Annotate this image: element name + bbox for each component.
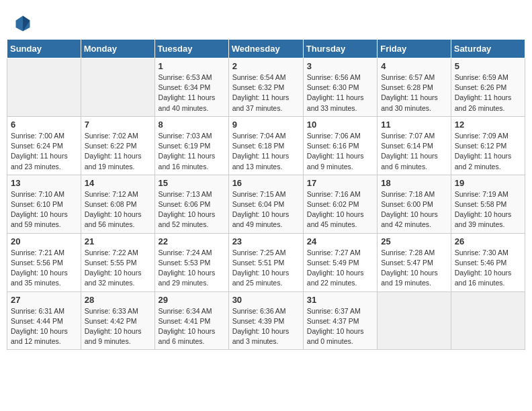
calendar-day-cell: 9Sunrise: 7:04 AM Sunset: 6:18 PM Daylig… — [228, 116, 303, 175]
calendar-day-cell: 27Sunrise: 6:31 AM Sunset: 4:44 PM Dayli… — [7, 291, 81, 350]
day-number: 28 — [85, 295, 151, 305]
calendar-day-cell: 1Sunrise: 6:53 AM Sunset: 6:34 PM Daylig… — [154, 58, 228, 117]
day-number: 29 — [159, 295, 225, 305]
day-number: 13 — [11, 178, 77, 188]
calendar-day-cell: 23Sunrise: 7:25 AM Sunset: 5:51 PM Dayli… — [228, 233, 303, 291]
day-info: Sunrise: 7:22 AM Sunset: 5:55 PM Dayligh… — [85, 248, 151, 289]
day-number: 24 — [307, 236, 373, 246]
day-number: 5 — [455, 61, 521, 71]
day-number: 12 — [455, 120, 521, 130]
calendar-day-cell: 31Sunrise: 6:37 AM Sunset: 4:37 PM Dayli… — [303, 291, 377, 350]
day-info: Sunrise: 6:56 AM Sunset: 6:30 PM Dayligh… — [307, 73, 373, 113]
calendar-day-cell: 2Sunrise: 6:54 AM Sunset: 6:32 PM Daylig… — [228, 58, 303, 117]
calendar-day-cell: 5Sunrise: 6:59 AM Sunset: 6:26 PM Daylig… — [451, 58, 525, 117]
day-info: Sunrise: 7:21 AM Sunset: 5:56 PM Dayligh… — [11, 248, 77, 289]
day-number: 4 — [381, 61, 447, 71]
day-number: 10 — [307, 120, 373, 130]
day-number: 20 — [11, 236, 77, 246]
calendar-week-row: 20Sunrise: 7:21 AM Sunset: 5:56 PM Dayli… — [7, 233, 525, 291]
day-of-week-header: Thursday — [303, 40, 377, 58]
calendar-day-cell: 25Sunrise: 7:28 AM Sunset: 5:47 PM Dayli… — [378, 233, 451, 291]
calendar-week-row: 27Sunrise: 6:31 AM Sunset: 4:44 PM Dayli… — [7, 291, 525, 350]
calendar-day-cell: 8Sunrise: 7:03 AM Sunset: 6:19 PM Daylig… — [154, 116, 228, 175]
day-number: 9 — [232, 120, 300, 130]
day-info: Sunrise: 7:27 AM Sunset: 5:49 PM Dayligh… — [307, 248, 373, 289]
day-info: Sunrise: 6:59 AM Sunset: 6:26 PM Dayligh… — [455, 73, 521, 113]
calendar-week-row: 13Sunrise: 7:10 AM Sunset: 6:10 PM Dayli… — [7, 175, 525, 233]
day-info: Sunrise: 7:06 AM Sunset: 6:16 PM Dayligh… — [307, 131, 373, 172]
day-info: Sunrise: 7:00 AM Sunset: 6:24 PM Dayligh… — [11, 131, 77, 172]
day-number: 27 — [11, 295, 77, 305]
day-info: Sunrise: 6:37 AM Sunset: 4:37 PM Dayligh… — [307, 306, 373, 347]
calendar-day-cell: 16Sunrise: 7:15 AM Sunset: 6:04 PM Dayli… — [228, 175, 303, 233]
day-info: Sunrise: 7:09 AM Sunset: 6:12 PM Dayligh… — [455, 131, 521, 172]
day-info: Sunrise: 7:03 AM Sunset: 6:19 PM Dayligh… — [159, 131, 225, 172]
day-of-week-header: Tuesday — [154, 40, 228, 58]
logo — [13, 13, 34, 32]
day-info: Sunrise: 6:34 AM Sunset: 4:41 PM Dayligh… — [159, 306, 225, 347]
day-number: 14 — [85, 178, 151, 188]
day-info: Sunrise: 7:13 AM Sunset: 6:06 PM Dayligh… — [159, 189, 225, 230]
day-info: Sunrise: 7:24 AM Sunset: 5:53 PM Dayligh… — [159, 248, 225, 289]
calendar-day-cell: 21Sunrise: 7:22 AM Sunset: 5:55 PM Dayli… — [81, 233, 154, 291]
day-info: Sunrise: 6:31 AM Sunset: 4:44 PM Dayligh… — [11, 306, 77, 347]
calendar-day-cell: 20Sunrise: 7:21 AM Sunset: 5:56 PM Dayli… — [7, 233, 81, 291]
day-number: 7 — [85, 120, 151, 130]
day-number: 30 — [232, 295, 300, 305]
day-info: Sunrise: 7:15 AM Sunset: 6:04 PM Dayligh… — [232, 189, 300, 230]
day-number: 2 — [232, 61, 300, 71]
calendar-week-row: 1Sunrise: 6:53 AM Sunset: 6:34 PM Daylig… — [7, 58, 525, 117]
day-number: 6 — [11, 120, 77, 130]
day-of-week-header: Sunday — [7, 40, 81, 58]
day-number: 22 — [159, 236, 225, 246]
day-info: Sunrise: 6:36 AM Sunset: 4:39 PM Dayligh… — [232, 306, 300, 347]
calendar-day-cell: 6Sunrise: 7:00 AM Sunset: 6:24 PM Daylig… — [7, 116, 81, 175]
calendar-day-cell: 13Sunrise: 7:10 AM Sunset: 6:10 PM Dayli… — [7, 175, 81, 233]
calendar-day-cell: 14Sunrise: 7:12 AM Sunset: 6:08 PM Dayli… — [81, 175, 154, 233]
day-number: 3 — [307, 61, 373, 71]
day-info: Sunrise: 6:57 AM Sunset: 6:28 PM Dayligh… — [381, 73, 447, 113]
day-of-week-header: Wednesday — [228, 40, 303, 58]
day-of-week-header: Saturday — [451, 40, 525, 58]
calendar-day-cell: 19Sunrise: 7:19 AM Sunset: 5:58 PM Dayli… — [451, 175, 525, 233]
day-of-week-header: Monday — [81, 40, 154, 58]
calendar-day-cell: 7Sunrise: 7:02 AM Sunset: 6:22 PM Daylig… — [81, 116, 154, 175]
calendar-week-row: 6Sunrise: 7:00 AM Sunset: 6:24 PM Daylig… — [7, 116, 525, 175]
calendar-table: SundayMondayTuesdayWednesdayThursdayFrid… — [7, 39, 525, 350]
calendar-day-cell: 4Sunrise: 6:57 AM Sunset: 6:28 PM Daylig… — [378, 58, 451, 117]
calendar-day-cell: 18Sunrise: 7:18 AM Sunset: 6:00 PM Dayli… — [378, 175, 451, 233]
day-info: Sunrise: 7:25 AM Sunset: 5:51 PM Dayligh… — [232, 248, 300, 289]
day-number: 26 — [455, 236, 521, 246]
day-number: 11 — [381, 120, 447, 130]
calendar-day-cell: 15Sunrise: 7:13 AM Sunset: 6:06 PM Dayli… — [154, 175, 228, 233]
day-of-week-header: Friday — [378, 40, 451, 58]
calendar-day-cell: 3Sunrise: 6:56 AM Sunset: 6:30 PM Daylig… — [303, 58, 377, 117]
day-number: 21 — [85, 236, 151, 246]
day-number: 31 — [307, 295, 373, 305]
calendar-day-cell: 28Sunrise: 6:33 AM Sunset: 4:42 PM Dayli… — [81, 291, 154, 350]
calendar-day-cell — [451, 291, 525, 350]
calendar-day-cell: 12Sunrise: 7:09 AM Sunset: 6:12 PM Dayli… — [451, 116, 525, 175]
day-info: Sunrise: 7:04 AM Sunset: 6:18 PM Dayligh… — [232, 131, 300, 172]
day-number: 16 — [232, 178, 300, 188]
calendar-day-cell — [378, 291, 451, 350]
day-number: 1 — [159, 61, 225, 71]
calendar-day-cell — [81, 58, 154, 117]
day-info: Sunrise: 7:02 AM Sunset: 6:22 PM Dayligh… — [85, 131, 151, 172]
day-info: Sunrise: 7:28 AM Sunset: 5:47 PM Dayligh… — [381, 248, 447, 289]
day-info: Sunrise: 7:10 AM Sunset: 6:10 PM Dayligh… — [11, 189, 77, 230]
day-info: Sunrise: 7:12 AM Sunset: 6:08 PM Dayligh… — [85, 189, 151, 230]
calendar-day-cell: 17Sunrise: 7:16 AM Sunset: 6:02 PM Dayli… — [303, 175, 377, 233]
calendar-header-row: SundayMondayTuesdayWednesdayThursdayFrid… — [7, 40, 525, 58]
day-info: Sunrise: 7:18 AM Sunset: 6:00 PM Dayligh… — [381, 189, 447, 230]
day-number: 19 — [455, 178, 521, 188]
day-number: 23 — [232, 236, 300, 246]
day-info: Sunrise: 6:33 AM Sunset: 4:42 PM Dayligh… — [85, 306, 151, 347]
day-info: Sunrise: 7:16 AM Sunset: 6:02 PM Dayligh… — [307, 189, 373, 230]
day-info: Sunrise: 6:53 AM Sunset: 6:34 PM Dayligh… — [159, 73, 225, 113]
day-info: Sunrise: 7:19 AM Sunset: 5:58 PM Dayligh… — [455, 189, 521, 230]
logo-icon — [13, 13, 32, 32]
calendar-day-cell: 29Sunrise: 6:34 AM Sunset: 4:41 PM Dayli… — [154, 291, 228, 350]
calendar-day-cell: 30Sunrise: 6:36 AM Sunset: 4:39 PM Dayli… — [228, 291, 303, 350]
day-info: Sunrise: 7:07 AM Sunset: 6:14 PM Dayligh… — [381, 131, 447, 172]
